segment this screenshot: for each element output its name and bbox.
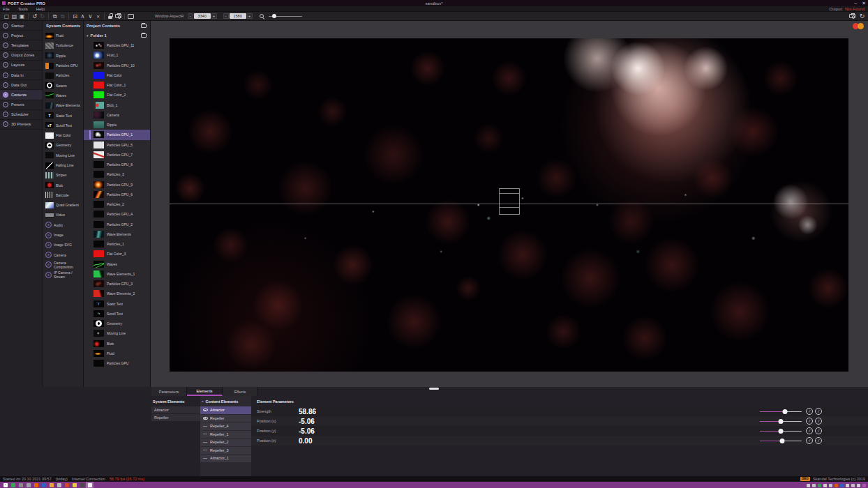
taskbar-app-icon[interactable] (9, 482, 17, 488)
system-content-item[interactable]: Fluid (43, 31, 83, 40)
edit-min-button[interactable]: / (806, 437, 813, 444)
visibility-eye-icon[interactable] (202, 456, 208, 461)
system-content-item[interactable]: Camera Composition (43, 260, 83, 270)
project-content-item[interactable]: Particles GPU_9 (84, 180, 150, 190)
project-content-item[interactable]: Flat Color (84, 70, 150, 80)
sidebar-item-data-out[interactable]: Data Out (0, 80, 43, 90)
system-content-item[interactable]: Geometry (43, 140, 83, 150)
panel-drag-handle[interactable] (429, 388, 439, 390)
system-content-item[interactable]: Turbulence (43, 40, 83, 50)
taskbar-app-icon[interactable] (78, 482, 86, 488)
project-content-item[interactable]: Particles GPU_5 (84, 140, 150, 150)
project-content-item[interactable]: Wave Elements (84, 229, 150, 239)
taskbar-app-icon[interactable] (32, 482, 40, 488)
project-content-item[interactable]: Wave Elements_1 (84, 269, 150, 279)
system-content-item[interactable]: TStatic Text (43, 110, 83, 120)
content-element-repeller-3[interactable]: Repeller_3 (200, 447, 251, 455)
parameter-slider[interactable] (760, 409, 802, 414)
visibility-eye-icon[interactable] (202, 432, 208, 436)
edit-max-button[interactable]: / (815, 408, 822, 415)
system-element-attractor[interactable]: Attractor (151, 406, 200, 413)
tray-icon[interactable] (835, 484, 838, 487)
folder-row[interactable]: ▾ Folder 1 (84, 31, 150, 40)
edit-max-button[interactable]: / (815, 427, 822, 434)
height-plus-button[interactable]: + (247, 13, 253, 19)
project-content-item[interactable]: Particles GPU_7 (84, 150, 150, 160)
width-field[interactable]: 3340 (194, 13, 211, 19)
zoom-slider[interactable] (269, 13, 302, 20)
tray-icon[interactable] (846, 484, 849, 487)
edit-max-button[interactable]: / (815, 418, 822, 425)
project-content-item[interactable]: Particles GPU_11 (84, 40, 150, 50)
sidebar-item-3d-preview[interactable]: 3D Preview (0, 120, 43, 130)
content-element-attractor[interactable]: Attractor (200, 406, 251, 414)
content-element-attractor-1[interactable]: Attractor_1 (200, 455, 251, 462)
sidebar-item-project[interactable]: Project (0, 31, 43, 40)
width-plus-button[interactable]: + (211, 13, 217, 19)
sidebar-item-startup[interactable]: Startup (0, 21, 43, 31)
parameter-slider[interactable] (760, 418, 802, 424)
taskbar-app-icon[interactable] (70, 482, 78, 488)
visibility-eye-icon[interactable] (202, 440, 208, 445)
taskbar-app-icon[interactable] (55, 482, 63, 488)
open-file-icon[interactable]: ▤ (10, 13, 18, 20)
tab-elements[interactable]: Elements (187, 387, 223, 396)
project-content-item[interactable]: Particles_2 (84, 199, 150, 209)
sidebar-item-templates[interactable]: Templates (0, 40, 43, 50)
project-content-item[interactable]: Particles GPU_4 (84, 209, 150, 219)
visibility-eye-icon[interactable] (202, 408, 208, 413)
project-content-item[interactable]: Blob_1 (84, 100, 150, 110)
project-content-item[interactable]: Particles_1 (84, 239, 150, 249)
transform-icon[interactable]: ⊡ (71, 13, 79, 20)
project-content-item[interactable]: ≡ıScroll Text (84, 309, 150, 319)
tab-parameters[interactable]: Parameters (151, 387, 187, 396)
system-content-item[interactable]: Ripple (43, 51, 83, 61)
delete-icon[interactable]: × (94, 13, 102, 20)
undo-icon[interactable]: ↺ (31, 13, 38, 20)
system-content-item[interactable]: Blob (43, 180, 83, 190)
system-content-item[interactable]: sTScroll Text (43, 121, 83, 130)
system-content-item[interactable]: Video (43, 210, 83, 220)
slider-knob[interactable] (783, 409, 788, 414)
system-content-item[interactable]: Stripes (43, 170, 83, 180)
taskbar-app-icon[interactable] (17, 482, 24, 488)
sidebar-item-data-in[interactable]: Data In (0, 70, 43, 80)
content-element-repeller-1[interactable]: Repeller_1 (200, 431, 251, 439)
system-content-item[interactable]: Image (43, 230, 83, 240)
edit-min-button[interactable]: / (806, 408, 813, 415)
project-content-item[interactable]: Moving Line (84, 328, 150, 338)
tray-icon[interactable] (857, 484, 860, 487)
project-content-item[interactable]: Particles GPU_6 (84, 190, 150, 199)
taskbar-app-icon[interactable] (86, 482, 93, 488)
taskbar-app-icon[interactable] (40, 482, 47, 488)
screenshot-icon[interactable] (849, 14, 855, 18)
edit-max-button[interactable]: / (815, 437, 822, 444)
menu-tools[interactable]: Tools (18, 7, 28, 11)
project-content-item[interactable]: Flat Color_2 (84, 90, 150, 100)
tray-icon[interactable] (840, 484, 844, 487)
minimize-button[interactable]: – (854, 0, 857, 6)
project-content-item[interactable]: Blob (84, 339, 150, 349)
project-content-item[interactable]: '|'Static Text (84, 299, 150, 309)
system-content-item[interactable]: Audio (43, 220, 83, 230)
project-content-item[interactable]: Particles GPU (84, 358, 150, 368)
edit-min-button[interactable]: / (806, 418, 813, 425)
sidebar-item-scheduler[interactable]: Scheduler (0, 110, 43, 120)
system-content-item[interactable]: Falling Line (43, 160, 83, 170)
system-content-item[interactable]: Particles GPU (43, 61, 83, 70)
taskbar-app-icon[interactable] (24, 482, 32, 488)
redo-icon[interactable]: ↻ (38, 13, 46, 20)
system-element-repeller[interactable]: Repeller (151, 414, 200, 421)
copy-icon[interactable]: ⧉ (51, 13, 59, 20)
save-file-icon[interactable]: ▣ (18, 13, 26, 20)
height-minus-button[interactable]: - (223, 13, 229, 19)
zoom-slider-knob[interactable] (272, 14, 276, 18)
project-content-item[interactable]: Particles GPU_3 (84, 279, 150, 289)
move-up-icon[interactable]: ∧ (79, 13, 87, 20)
chevron-down-icon[interactable]: ▾ (87, 33, 89, 38)
move-down-icon[interactable]: ∨ (87, 13, 94, 20)
tray-icon[interactable] (862, 484, 866, 487)
sidebar-item-presets[interactable]: Presets (0, 100, 43, 110)
system-content-item[interactable]: Quad Gradient (43, 200, 83, 210)
tray-icon[interactable] (851, 484, 855, 487)
